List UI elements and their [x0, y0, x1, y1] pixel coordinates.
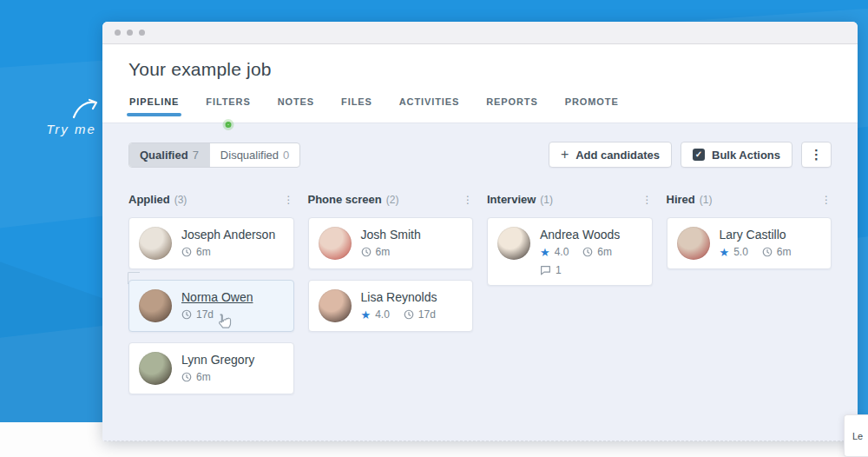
plus-icon: +	[561, 148, 569, 162]
candidate-card[interactable]: Lisa Reynolds ★ 4.0 17d	[308, 280, 474, 332]
column-header: Applied (3) ⋮	[128, 193, 294, 206]
column-header: Interview (1) ⋮	[487, 193, 653, 206]
candidate-card[interactable]: Josh Smith 6m	[308, 217, 474, 269]
qualified-label: Qualified	[140, 149, 188, 162]
page-title: Your example job	[128, 59, 832, 80]
candidate-card[interactable]: Andrea Woods ★ 4.0 6m 1	[487, 217, 653, 286]
tab-notes[interactable]: NOTES	[277, 93, 315, 123]
candidate-name[interactable]: Andrea Woods	[540, 228, 620, 242]
active-tab-underline	[127, 113, 181, 116]
time-in-stage: 6m	[196, 246, 211, 258]
disqualified-count: 0	[283, 149, 289, 162]
clock-icon	[181, 247, 192, 257]
column-count: (1)	[700, 194, 713, 206]
bulk-actions-label: Bulk Actions	[712, 149, 780, 162]
candidate-name[interactable]: Lynn Gregory	[181, 353, 254, 367]
comment-count: 1	[556, 264, 562, 276]
column-name: Hired	[667, 193, 695, 206]
stage-columns: Applied (3) ⋮ Joseph Anderson 6m	[128, 193, 832, 405]
time-in-stage: 17d	[196, 308, 214, 321]
drag-corner-mark	[128, 272, 140, 284]
window-control-dot[interactable]	[139, 30, 145, 36]
column-name: Phone screen	[308, 193, 382, 206]
qualified-count: 7	[193, 149, 199, 162]
candidate-name[interactable]: Lary Castillo	[720, 228, 792, 242]
filters-active-dot-icon	[225, 122, 231, 128]
rating-value: 4.0	[375, 308, 390, 321]
bulk-actions-button[interactable]: ✓ Bulk Actions	[681, 142, 792, 168]
disqualified-segment[interactable]: Disqualified 0	[209, 143, 299, 167]
clock-icon	[181, 372, 192, 382]
candidate-name[interactable]: Lisa Reynolds	[361, 290, 437, 304]
avatar	[319, 227, 352, 260]
avatar	[139, 289, 172, 322]
column-more-icon[interactable]: ⋮	[642, 195, 653, 205]
tab-label: REPORTS	[486, 96, 537, 107]
curved-arrow-icon	[71, 97, 101, 120]
column-count: (2)	[386, 194, 399, 206]
window-titlebar[interactable]	[102, 22, 858, 44]
tab-pipeline[interactable]: PIPELINE	[128, 93, 180, 123]
candidate-name[interactable]: Joseph Anderson	[181, 228, 275, 242]
learn-more-partial[interactable]: Le	[844, 414, 868, 457]
tab-bar: PIPELINE FILTERS NOTES FILES ACTIVITIES …	[128, 93, 832, 123]
pipeline-board: Qualified 7 Disqualified 0 + Add candida…	[102, 123, 858, 441]
try-me-label: Try me	[42, 122, 101, 136]
tab-activities[interactable]: ACTIVITIES	[398, 93, 461, 123]
candidate-card[interactable]: Lynn Gregory 6m	[128, 342, 294, 394]
tab-files[interactable]: FILES	[340, 93, 373, 123]
tab-promote[interactable]: PROMOTE	[564, 93, 620, 123]
clock-icon	[582, 247, 593, 257]
candidate-card[interactable]: Lary Castillo ★ 5.0 6m	[667, 217, 832, 269]
time-in-stage: 17d	[418, 308, 436, 321]
candidate-name[interactable]: Norma Owen	[181, 290, 253, 304]
star-icon: ★	[540, 247, 550, 258]
star-icon: ★	[361, 309, 372, 321]
qualified-segment[interactable]: Qualified 7	[129, 143, 209, 167]
avatar	[319, 289, 352, 322]
time-in-stage: 6m	[376, 246, 391, 258]
time-in-stage: 6m	[777, 246, 792, 258]
tab-label: PIPELINE	[129, 96, 179, 107]
clock-icon	[762, 247, 773, 257]
hand-cursor-icon	[214, 312, 233, 333]
avatar	[139, 352, 172, 385]
window-control-dot[interactable]	[115, 30, 121, 36]
clock-icon	[361, 247, 372, 257]
column-header: Phone screen (2) ⋮	[308, 193, 474, 206]
column-more-icon[interactable]: ⋮	[463, 195, 473, 205]
add-candidates-label: Add candidates	[575, 149, 660, 162]
qualified-toggle: Qualified 7 Disqualified 0	[128, 142, 300, 168]
candidate-name[interactable]: Josh Smith	[361, 228, 421, 242]
window-control-dot[interactable]	[127, 30, 133, 36]
pipeline-toolbar: Qualified 7 Disqualified 0 + Add candida…	[128, 142, 832, 168]
column-more-icon[interactable]: ⋮	[821, 195, 832, 205]
toolbar-actions: + Add candidates ✓ Bulk Actions ⋮	[549, 142, 832, 168]
tab-reports[interactable]: REPORTS	[485, 93, 538, 123]
screen: Try me Your example job PIPELINE FILTERS…	[0, 0, 868, 457]
tab-label: PROMOTE	[565, 96, 619, 107]
star-icon: ★	[720, 247, 730, 258]
avatar	[677, 227, 710, 260]
column-name: Interview	[487, 193, 536, 206]
avatar	[139, 227, 172, 260]
column-interview: Interview (1) ⋮ Andrea Woods ★ 4.0	[487, 193, 653, 405]
candidate-card-hovered[interactable]: Norma Owen 17d	[128, 280, 294, 332]
app-window: Your example job PIPELINE FILTERS NOTES …	[102, 22, 858, 441]
avatar	[497, 227, 530, 260]
disqualified-label: Disqualified	[220, 149, 279, 162]
tab-filters[interactable]: FILTERS	[205, 93, 251, 123]
tab-label: NOTES	[278, 96, 314, 107]
add-candidates-button[interactable]: + Add candidates	[549, 142, 672, 168]
column-hired: Hired (1) ⋮ Lary Castillo ★ 5.0	[667, 193, 832, 405]
tab-label: FILES	[341, 96, 372, 107]
job-header: Your example job PIPELINE FILTERS NOTES …	[102, 44, 858, 123]
candidate-card[interactable]: Joseph Anderson 6m	[128, 217, 294, 269]
tab-label: ACTIVITIES	[399, 96, 460, 107]
time-in-stage: 6m	[597, 246, 612, 258]
column-more-icon[interactable]: ⋮	[284, 195, 294, 205]
try-me-annotation: Try me	[42, 97, 101, 136]
more-actions-button[interactable]: ⋮	[801, 142, 832, 168]
column-count: (1)	[540, 194, 553, 206]
tab-label: FILTERS	[206, 96, 250, 107]
